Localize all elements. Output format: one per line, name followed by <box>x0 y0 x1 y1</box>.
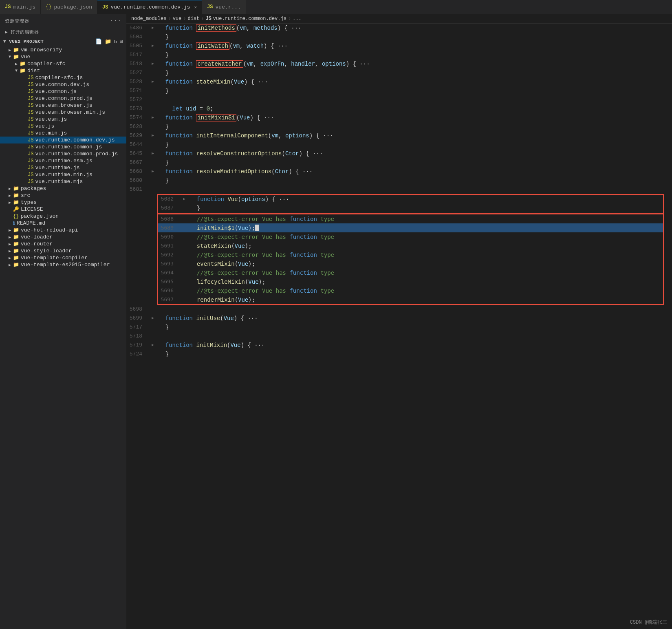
line-arrow[interactable]: ▶ <box>149 341 157 350</box>
tree-item-vue-hot-reload-api[interactable]: ▶ 📁 vue-hot-reload-api <box>0 227 126 234</box>
line-num: 5527 <box>126 68 149 77</box>
project-arrow: ▼ VUE2_PROJECT <box>3 39 44 44</box>
line-arrow[interactable]: ▶ <box>149 314 157 323</box>
tree-item-dist[interactable]: ▼ 📁 dist <box>0 67 126 74</box>
tree-item-vue-runtime-min[interactable]: JS vue.runtime.min.js <box>0 171 126 178</box>
item-label: vue.runtime.common.prod.js <box>35 151 118 157</box>
line-content: stateMixin(Vue); <box>188 241 663 250</box>
line-num: 5697 <box>158 295 180 304</box>
line-content: } <box>157 122 672 131</box>
tree-item-vue-runtime-mjs[interactable]: JS vue.runtime.mjs <box>0 178 126 185</box>
folder-icon: 📁 <box>20 61 26 67</box>
breadcrumb-js-icon: JS <box>205 16 211 22</box>
tree-item-vue-runtime-common-dev[interactable]: JS vue.runtime.common.dev.js <box>0 137 126 143</box>
open-editors-arrow: ▶ <box>5 30 11 35</box>
tab-label: main.js <box>13 4 35 10</box>
line-num: 5572 <box>126 95 149 104</box>
refresh-icon[interactable]: ↻ <box>114 38 117 45</box>
code-line-5697: 5697 renderMixin(Vue); <box>158 295 663 304</box>
tree-item-vue-style-loader[interactable]: ▶ 📁 vue-style-loader <box>0 247 126 254</box>
line-num: 5692 <box>158 250 180 259</box>
tree-item-vue-runtime-common[interactable]: JS vue.runtime.common.js <box>0 143 126 150</box>
line-content: } <box>157 51 672 60</box>
tree-item-compiler-sfc-js[interactable]: JS compiler-sfc.js <box>0 74 126 81</box>
license-icon: 🔑 <box>13 206 19 212</box>
line-content: function initWatch(vm, watch) { ··· <box>157 42 672 51</box>
folder-arrow: ▼ <box>7 55 13 59</box>
tree-item-vue-common[interactable]: JS vue.common.js <box>0 88 126 95</box>
line-arrow[interactable]: ▶ <box>149 24 157 33</box>
tree-item-packages[interactable]: ▶ 📁 packages <box>0 185 126 192</box>
code-line-5486: 5486 ▶ function initMethods(vm, methods)… <box>126 24 672 33</box>
line-num: 5689 <box>158 223 180 232</box>
line-num: 5486 <box>126 24 149 33</box>
line-content: //@ts-expect-error Vue has function type <box>188 232 663 241</box>
tab-package-json[interactable]: {} package.json <box>41 0 97 14</box>
new-folder-icon[interactable]: 📁 <box>105 38 112 45</box>
line-arrow[interactable]: ▶ <box>149 60 157 68</box>
tree-item-vue-min[interactable]: JS vue.min.js <box>0 130 126 137</box>
tree-item-vue-template-compiler[interactable]: ▶ 📁 vue-template-compiler <box>0 254 126 261</box>
line-num: 5718 <box>126 332 149 341</box>
tree-item-vue-esm-browser-min[interactable]: JS vue.esm.browser.min.js <box>0 109 126 116</box>
tab-vue-rt[interactable]: JS vue.r... <box>202 0 246 14</box>
new-file-icon[interactable]: 📄 <box>95 38 102 45</box>
project-section[interactable]: ▼ VUE2_PROJECT 📄 📁 ↻ ⊟ <box>0 37 126 46</box>
more-icon[interactable]: ··· <box>110 18 121 24</box>
json-icon: {} <box>13 214 19 219</box>
vue-function-block: 5682 ▶ function Vue(options) { ··· 5687 … <box>126 194 672 214</box>
tree-item-package-json[interactable]: {} package.json <box>0 213 126 220</box>
line-arrow[interactable]: ▶ <box>149 149 157 158</box>
open-editors-section[interactable]: ▶ 打开的编辑器 <box>0 27 126 37</box>
code-line-5528: 5528 ▶ function stateMixin(Vue) { ··· <box>126 77 672 86</box>
line-content: function initInternalComponent(vm, optio… <box>157 131 672 140</box>
tree-item-vue-runtime-common-prod[interactable]: JS vue.runtime.common.prod.js <box>0 150 126 157</box>
tree-item-license[interactable]: 🔑 LICENSE <box>0 206 126 213</box>
item-label: vue.runtime.esm.js <box>35 158 92 164</box>
tree-item-vue-common-dev[interactable]: JS vue.common.dev.js <box>0 81 126 88</box>
code-line-5690: 5690 //@ts-expect-error Vue has function… <box>158 232 663 241</box>
tree-item-vue-runtime-esm[interactable]: JS vue.runtime.esm.js <box>0 157 126 164</box>
line-arrow[interactable]: ▶ <box>180 195 188 204</box>
item-label: types <box>21 199 37 205</box>
tab-close-icon[interactable]: ✕ <box>194 4 197 10</box>
code-line-5572: 5572 <box>126 95 672 104</box>
tree-item-vue-runtime-js[interactable]: JS vue.runtime.js <box>0 164 126 171</box>
js-icon: JS <box>28 158 33 164</box>
line-num: 5505 <box>126 42 149 51</box>
tree-item-vue-js[interactable]: JS vue.js <box>0 123 126 130</box>
line-arrow[interactable]: ▶ <box>149 131 157 140</box>
tree-item-vue-template-es2015-compiler[interactable]: ▶ 📁 vue-template-es2015-compiler <box>0 261 126 268</box>
collapse-icon[interactable]: ⊟ <box>120 38 123 45</box>
line-content: } <box>188 204 663 213</box>
line-arrow[interactable]: ▶ <box>149 77 157 86</box>
code-container[interactable]: 5486 ▶ function initMethods(vm, methods)… <box>126 24 672 629</box>
tab-main-js[interactable]: JS main.js <box>0 0 41 14</box>
tree-item-readme[interactable]: ℹ README.md <box>0 220 126 227</box>
line-content: //@ts-expect-error Vue has function type <box>188 214 663 223</box>
line-num: 5690 <box>158 232 180 241</box>
line-num: 5724 <box>126 350 149 359</box>
tree-item-src[interactable]: ▶ 📁 src <box>0 192 126 199</box>
line-arrow[interactable]: ▶ <box>149 167 157 176</box>
line-arrow[interactable]: ▶ <box>149 113 157 122</box>
tree-item-vm-browserify[interactable]: ▶ 📁 vm-browserify <box>0 46 126 53</box>
tree-item-vue-loader[interactable]: ▶ 📁 vue-loader <box>0 234 126 241</box>
sidebar-header: 资源管理器 ··· <box>0 14 126 27</box>
line-num: 5681 <box>126 185 149 194</box>
tree-item-vue-common-prod[interactable]: JS vue.common.prod.js <box>0 95 126 102</box>
tree-item-vue[interactable]: ▼ 📁 vue <box>0 53 126 60</box>
line-content: lifecycleMixin(Vue); <box>188 277 663 286</box>
breadcrumb-part: vue <box>173 16 182 22</box>
line-arrow[interactable]: ▶ <box>149 42 157 51</box>
tree-item-vue-esm[interactable]: JS vue.esm.js <box>0 116 126 123</box>
js-icon: JS <box>28 151 33 157</box>
folder-icon: 📁 <box>13 47 19 53</box>
tab-vue-runtime-dev[interactable]: JS vue.runtime.common.dev.js ✕ <box>97 0 202 14</box>
tree-item-vue-router[interactable]: ▶ 📁 vue-router <box>0 241 126 247</box>
code-line-5644: 5644 } <box>126 140 672 149</box>
tree-item-compiler-sfc[interactable]: ▶ 📁 compiler-sfc <box>0 60 126 67</box>
tree-item-vue-esm-browser[interactable]: JS vue.esm.browser.js <box>0 102 126 109</box>
line-num: 5694 <box>158 268 180 277</box>
tree-item-types[interactable]: ▶ 📁 types <box>0 199 126 206</box>
